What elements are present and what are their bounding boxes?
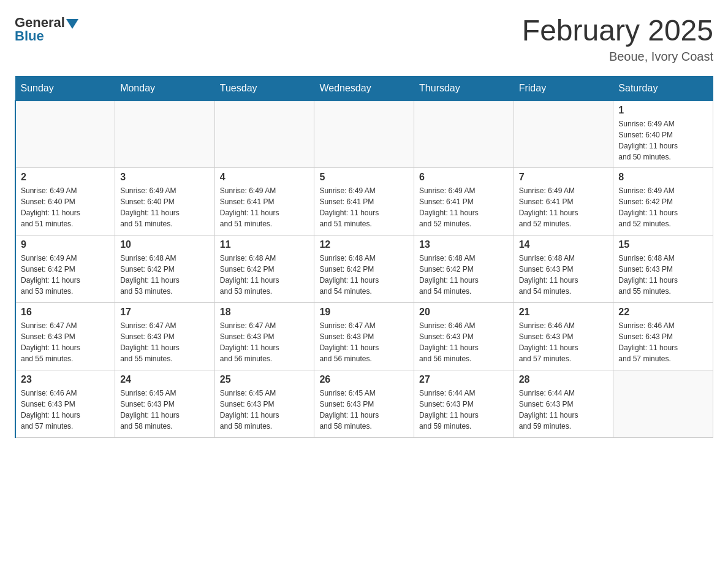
day-number: 26	[319, 374, 409, 385]
calendar-header-cell: Saturday	[613, 76, 713, 101]
day-number: 7	[519, 172, 609, 183]
calendar-cell: 15Sunrise: 6:48 AM Sunset: 6:43 PM Dayli…	[613, 236, 713, 303]
calendar-week-row: 1Sunrise: 6:49 AM Sunset: 6:40 PM Daylig…	[15, 101, 713, 168]
day-info: Sunrise: 6:45 AM Sunset: 6:43 PM Dayligh…	[220, 388, 309, 432]
day-info: Sunrise: 6:48 AM Sunset: 6:42 PM Dayligh…	[120, 253, 210, 297]
calendar-cell	[514, 101, 613, 168]
calendar-header-cell: Tuesday	[214, 76, 314, 101]
calendar-cell	[613, 370, 713, 438]
day-info: Sunrise: 6:48 AM Sunset: 6:42 PM Dayligh…	[220, 253, 309, 297]
calendar-cell: 7Sunrise: 6:49 AM Sunset: 6:41 PM Daylig…	[514, 168, 613, 236]
calendar-cell	[115, 101, 215, 168]
day-number: 25	[220, 374, 309, 385]
day-number: 16	[21, 307, 110, 318]
logo-arrow-icon	[66, 19, 78, 29]
day-info: Sunrise: 6:49 AM Sunset: 6:41 PM Dayligh…	[319, 185, 409, 229]
day-info: Sunrise: 6:44 AM Sunset: 6:43 PM Dayligh…	[419, 388, 509, 432]
day-info: Sunrise: 6:49 AM Sunset: 6:40 PM Dayligh…	[120, 185, 210, 229]
calendar-cell: 14Sunrise: 6:48 AM Sunset: 6:43 PM Dayli…	[514, 236, 613, 303]
calendar-week-row: 2Sunrise: 6:49 AM Sunset: 6:40 PM Daylig…	[15, 168, 713, 236]
day-number: 12	[319, 239, 409, 250]
calendar-cell: 8Sunrise: 6:49 AM Sunset: 6:42 PM Daylig…	[613, 168, 713, 236]
calendar-cell: 18Sunrise: 6:47 AM Sunset: 6:43 PM Dayli…	[214, 303, 314, 370]
calendar-cell: 13Sunrise: 6:48 AM Sunset: 6:42 PM Dayli…	[414, 236, 514, 303]
calendar-header-cell: Thursday	[414, 76, 514, 101]
logo: General Blue	[15, 15, 78, 44]
day-number: 27	[419, 374, 509, 385]
calendar-cell: 23Sunrise: 6:46 AM Sunset: 6:43 PM Dayli…	[15, 370, 115, 438]
calendar-cell: 2Sunrise: 6:49 AM Sunset: 6:40 PM Daylig…	[15, 168, 115, 236]
day-info: Sunrise: 6:46 AM Sunset: 6:43 PM Dayligh…	[618, 320, 708, 364]
day-info: Sunrise: 6:47 AM Sunset: 6:43 PM Dayligh…	[220, 320, 309, 364]
day-number: 22	[618, 307, 708, 318]
calendar-cell: 21Sunrise: 6:46 AM Sunset: 6:43 PM Dayli…	[514, 303, 613, 370]
calendar-week-row: 23Sunrise: 6:46 AM Sunset: 6:43 PM Dayli…	[15, 370, 713, 438]
calendar-cell: 22Sunrise: 6:46 AM Sunset: 6:43 PM Dayli…	[613, 303, 713, 370]
day-info: Sunrise: 6:45 AM Sunset: 6:43 PM Dayligh…	[120, 388, 210, 432]
calendar-week-row: 9Sunrise: 6:49 AM Sunset: 6:42 PM Daylig…	[15, 236, 713, 303]
day-info: Sunrise: 6:46 AM Sunset: 6:43 PM Dayligh…	[419, 320, 509, 364]
day-number: 14	[519, 239, 609, 250]
day-number: 15	[618, 239, 708, 250]
calendar-header: SundayMondayTuesdayWednesdayThursdayFrid…	[15, 76, 713, 101]
calendar-cell: 16Sunrise: 6:47 AM Sunset: 6:43 PM Dayli…	[15, 303, 115, 370]
day-number: 20	[419, 307, 509, 318]
calendar-cell: 4Sunrise: 6:49 AM Sunset: 6:41 PM Daylig…	[214, 168, 314, 236]
day-info: Sunrise: 6:48 AM Sunset: 6:42 PM Dayligh…	[319, 253, 409, 297]
calendar-cell: 3Sunrise: 6:49 AM Sunset: 6:40 PM Daylig…	[115, 168, 215, 236]
day-info: Sunrise: 6:49 AM Sunset: 6:41 PM Dayligh…	[519, 185, 609, 229]
calendar-cell	[214, 101, 314, 168]
calendar-header-cell: Monday	[115, 76, 215, 101]
month-title: February 2025	[522, 15, 713, 47]
day-info: Sunrise: 6:46 AM Sunset: 6:43 PM Dayligh…	[519, 320, 609, 364]
day-number: 23	[21, 374, 110, 385]
location: Beoue, Ivory Coast	[522, 50, 713, 64]
page-header: General Blue February 2025 Beoue, Ivory …	[15, 15, 713, 64]
calendar-cell: 26Sunrise: 6:45 AM Sunset: 6:43 PM Dayli…	[314, 370, 414, 438]
day-number: 19	[319, 307, 409, 318]
calendar-cell: 6Sunrise: 6:49 AM Sunset: 6:41 PM Daylig…	[414, 168, 514, 236]
calendar-cell: 20Sunrise: 6:46 AM Sunset: 6:43 PM Dayli…	[414, 303, 514, 370]
calendar-cell: 9Sunrise: 6:49 AM Sunset: 6:42 PM Daylig…	[15, 236, 115, 303]
day-number: 6	[419, 172, 509, 183]
day-number: 1	[618, 105, 708, 116]
day-info: Sunrise: 6:45 AM Sunset: 6:43 PM Dayligh…	[319, 388, 409, 432]
calendar-cell	[314, 101, 414, 168]
day-number: 9	[21, 239, 110, 250]
day-info: Sunrise: 6:49 AM Sunset: 6:40 PM Dayligh…	[21, 185, 110, 229]
calendar-header-cell: Wednesday	[314, 76, 414, 101]
calendar-cell: 19Sunrise: 6:47 AM Sunset: 6:43 PM Dayli…	[314, 303, 414, 370]
day-number: 11	[220, 239, 309, 250]
day-info: Sunrise: 6:48 AM Sunset: 6:42 PM Dayligh…	[419, 253, 509, 297]
day-number: 5	[319, 172, 409, 183]
day-number: 17	[120, 307, 210, 318]
day-number: 2	[21, 172, 110, 183]
day-info: Sunrise: 6:48 AM Sunset: 6:43 PM Dayligh…	[618, 253, 708, 297]
day-info: Sunrise: 6:49 AM Sunset: 6:42 PM Dayligh…	[21, 253, 110, 297]
calendar-cell: 1Sunrise: 6:49 AM Sunset: 6:40 PM Daylig…	[613, 101, 713, 168]
day-info: Sunrise: 6:49 AM Sunset: 6:41 PM Dayligh…	[419, 185, 509, 229]
day-info: Sunrise: 6:49 AM Sunset: 6:42 PM Dayligh…	[618, 185, 708, 229]
calendar-cell	[15, 101, 115, 168]
day-number: 28	[519, 374, 609, 385]
day-info: Sunrise: 6:47 AM Sunset: 6:43 PM Dayligh…	[319, 320, 409, 364]
calendar-cell: 25Sunrise: 6:45 AM Sunset: 6:43 PM Dayli…	[214, 370, 314, 438]
day-info: Sunrise: 6:49 AM Sunset: 6:41 PM Dayligh…	[220, 185, 309, 229]
calendar-body: 1Sunrise: 6:49 AM Sunset: 6:40 PM Daylig…	[15, 101, 713, 438]
day-number: 21	[519, 307, 609, 318]
calendar-cell: 24Sunrise: 6:45 AM Sunset: 6:43 PM Dayli…	[115, 370, 215, 438]
calendar-cell: 12Sunrise: 6:48 AM Sunset: 6:42 PM Dayli…	[314, 236, 414, 303]
calendar-cell	[414, 101, 514, 168]
calendar-table: SundayMondayTuesdayWednesdayThursdayFrid…	[15, 76, 713, 439]
calendar-header-cell: Friday	[514, 76, 613, 101]
day-number: 10	[120, 239, 210, 250]
day-info: Sunrise: 6:49 AM Sunset: 6:40 PM Dayligh…	[618, 118, 708, 163]
calendar-cell: 28Sunrise: 6:44 AM Sunset: 6:43 PM Dayli…	[514, 370, 613, 438]
calendar-cell: 27Sunrise: 6:44 AM Sunset: 6:43 PM Dayli…	[414, 370, 514, 438]
day-info: Sunrise: 6:47 AM Sunset: 6:43 PM Dayligh…	[120, 320, 210, 364]
calendar-cell: 5Sunrise: 6:49 AM Sunset: 6:41 PM Daylig…	[314, 168, 414, 236]
logo-blue-text: Blue	[15, 28, 44, 44]
day-number: 4	[220, 172, 309, 183]
day-number: 24	[120, 374, 210, 385]
day-info: Sunrise: 6:47 AM Sunset: 6:43 PM Dayligh…	[21, 320, 110, 364]
